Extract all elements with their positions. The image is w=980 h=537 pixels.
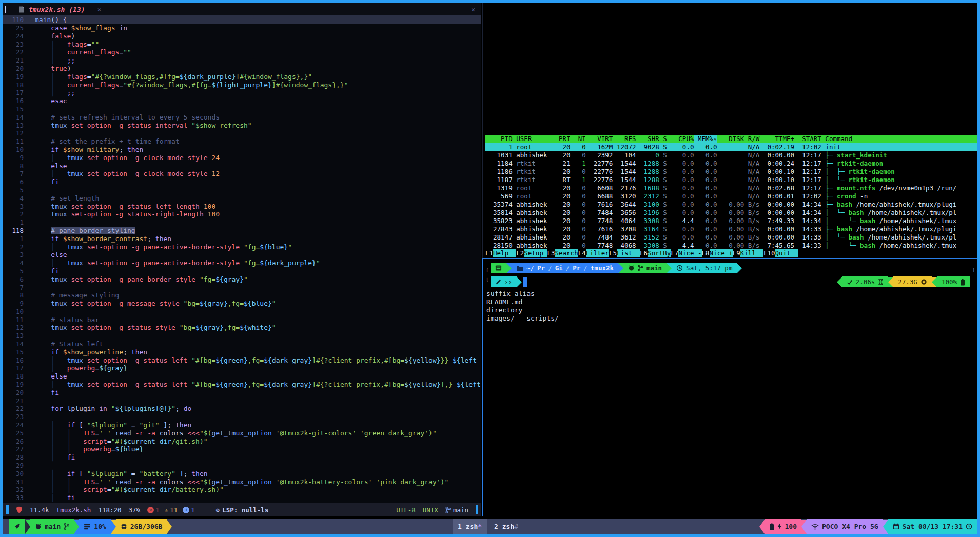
file-format: UNIX (423, 506, 438, 514)
column-header[interactable]: S (659, 135, 667, 143)
active-pane-border-left[interactable] (482, 258, 483, 516)
fkey-nice-[interactable]: F8Nice + (702, 249, 733, 257)
editor-pane[interactable]: tmux2k.sh (13) × ✕ 110 main() { 25 case … (3, 3, 481, 516)
terminal-pane[interactable]: ╭~/Pr/Gi/Pr/tmux2kmainSat, 5:17 pm┄┄┄┄┄┄… (485, 260, 977, 516)
column-header[interactable]: PID (485, 135, 513, 143)
tmux-window-1[interactable]: 1 zsh* (453, 519, 487, 534)
fkey-help[interactable]: F1Help (485, 249, 516, 257)
tmux-window-2[interactable]: 2 zsh#- (489, 519, 527, 534)
line-number: 6 (3, 275, 28, 284)
fkey-nice-[interactable]: F7Nice - (671, 249, 701, 257)
statusline-edge-right (476, 505, 478, 514)
code-line: 10 if $show_military; then (3, 146, 481, 154)
powerline-separator (618, 263, 623, 273)
segment-time: Sat, 5:17 pm (672, 263, 737, 273)
column-header[interactable]: TIME+ (759, 135, 794, 143)
column-header[interactable]: SHR (636, 135, 659, 143)
process-command: │ └─ bash /home/abhishek/.tmux/pl (825, 209, 956, 216)
active-pane-border-top[interactable] (482, 258, 977, 259)
segment-datetime: Sat 08/13 17:31 (888, 519, 977, 534)
process-row[interactable]: 1187 rtkit RT 1 22776 1544 1288 S 0.0 0.… (485, 176, 977, 184)
fkey-search[interactable]: F3Search (547, 249, 578, 257)
code-area[interactable]: 25 case $show_flags in24 false)23 │ flag… (3, 24, 481, 502)
segment-cpu: 10% (79, 519, 110, 534)
line-number: 2 (3, 210, 28, 218)
terminal-cursor[interactable] (523, 277, 527, 287)
process-row[interactable]: 569 root 20 0 6688 3120 2312 S 0.0 0.0 N… (485, 192, 977, 201)
line-number: 15 (3, 348, 28, 356)
system-monitor-pane[interactable]: 1: 1.9% sys: 4.5% low: 0.0% vir: 0.0% 2:… (485, 3, 977, 258)
line-number: 1 (3, 235, 28, 243)
check-icon (847, 279, 853, 285)
info-icon: i (183, 507, 189, 513)
fkey-sortby[interactable]: F6SortBy (640, 249, 671, 257)
tab-indicator (5, 6, 6, 13)
line-number: 16 (3, 97, 28, 105)
tab-tmux2k[interactable]: tmux2k.sh (13) × (18, 6, 101, 13)
fkey-kill[interactable]: F9Kill (733, 249, 763, 257)
code-line: 18 else (3, 372, 481, 381)
system-info-line: Battery: 100.0% (Running on A/C) (753, 35, 911, 43)
window-flag: * (478, 523, 482, 530)
process-row[interactable]: 35814 abhishek 20 0 7484 3656 3196 S 0.0… (485, 209, 977, 217)
column-header[interactable]: NI (571, 135, 586, 143)
scroll-percent: 37% (129, 506, 141, 514)
pane-close-icon[interactable]: ✕ (471, 6, 475, 13)
column-header[interactable]: CPU% (667, 135, 694, 143)
process-row[interactable]: 27843 abhishek 20 0 7616 3708 3164 S 0.0… (485, 225, 977, 233)
column-header[interactable]: RES (613, 135, 636, 143)
code-line: 7 (3, 284, 481, 292)
line-number: 20 (3, 389, 28, 397)
process-table-header[interactable]: PID USER PRI NI VIRT RES SHR S CPU% MEM%… (485, 135, 977, 143)
fkey-filter[interactable]: F4Filter (578, 249, 609, 257)
column-header[interactable]: VIRT (586, 135, 613, 143)
branch-icon (64, 523, 69, 530)
column-header[interactable]: USER (513, 135, 551, 143)
line-number: 17 (3, 364, 28, 372)
process-row[interactable]: 1184 rtkit 21 1 22776 1544 1288 S 0.0 0.… (485, 160, 977, 168)
function-key-bar[interactable]: F1Help F2Setup F3SearchF4FilterF5List F6… (485, 249, 798, 257)
segment-os (491, 263, 506, 273)
column-header[interactable]: PRI (551, 135, 571, 143)
line-number: 33 (3, 494, 28, 502)
column-header[interactable]: MEM%▿ (694, 135, 717, 143)
column-header[interactable]: Command (821, 135, 852, 143)
line-number: 9 (3, 154, 28, 162)
system-info-line: Load average: 2.05 2.05 2.12 (753, 18, 911, 27)
column-header[interactable]: START (794, 135, 821, 143)
line-number: 11 (3, 137, 28, 146)
tab-close-icon[interactable]: × (97, 6, 102, 13)
process-row[interactable]: 28150 abhishek 20 0 7748 4068 3308 S 4.4… (485, 242, 977, 250)
process-row[interactable]: 28147 abhishek 20 0 7484 3612 3152 S 0.0… (485, 233, 977, 242)
powerline-separator (801, 520, 807, 534)
process-table[interactable]: 1 root 20 0 162M 12072 9028 S 0.0 0.0 N/… (485, 143, 977, 250)
process-row[interactable]: 35823 abhishek 20 0 7748 4064 3308 S 4.4… (485, 217, 977, 225)
process-row[interactable]: 1031 abhishek 20 0 2392 104 0 S 0.0 0.0 … (485, 151, 977, 160)
fkey-setup[interactable]: F2Setup (516, 249, 547, 257)
system-info-line: Time: 17:31:44 (753, 43, 911, 51)
warning-icon: ⚠ (165, 506, 169, 514)
column-header[interactable]: DISK R/W (717, 135, 760, 143)
pane-divider[interactable] (482, 3, 483, 258)
process-command: ├─ bash /home/abhishek/.tmux/plugi (825, 201, 956, 208)
cpu-row: 8: 1.9% sys: 3.8% low: 0.0% vir: 0.0% (491, 68, 676, 76)
process-row[interactable]: 1 root 20 0 162M 12072 9028 S 0.0 0.0 N/… (485, 143, 977, 151)
line-number: 118 (3, 227, 28, 235)
fkey-list[interactable]: F5List (609, 249, 640, 257)
window-flag: #- (514, 523, 522, 530)
code-line: 20 fi (3, 389, 481, 397)
pencil-icon (495, 279, 501, 285)
segment-path: ~/Pr/Gi/Pr/tmux2k (512, 263, 618, 273)
code-line: 29 (3, 462, 481, 470)
powerline-separator (25, 520, 30, 534)
folder-icon (516, 265, 523, 271)
file-size: 11.4k (30, 506, 49, 514)
fkey-quit[interactable]: F10Quit (763, 249, 798, 257)
process-row[interactable]: 1319 root 20 0 6608 2176 1688 S 0.0 0.0 … (485, 184, 977, 192)
segment-duration: 2.06s (842, 276, 889, 287)
code-line: 2 │ tmux set-option -g pane-active-borde… (3, 243, 481, 251)
process-row[interactable]: 35374 abhishek 20 0 7616 3644 3100 S 0.0… (485, 201, 977, 209)
process-command: │ └─ bash /home/abhishek/.tmux (825, 217, 956, 225)
powerline-separator (932, 277, 937, 287)
process-row[interactable]: 1186 rtkit 20 0 22776 1544 1288 S 0.0 0.… (485, 168, 977, 176)
